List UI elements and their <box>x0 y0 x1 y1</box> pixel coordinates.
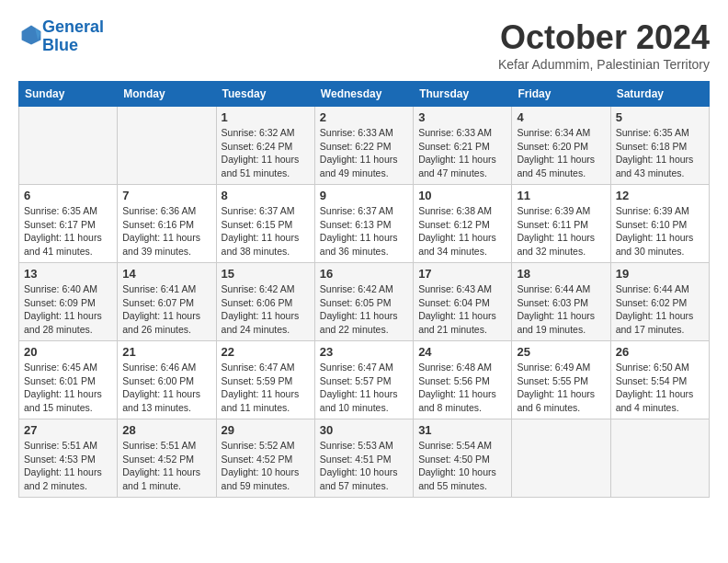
day-info: Sunrise: 6:34 AM Sunset: 6:20 PM Dayligh… <box>517 126 605 180</box>
month-title: October 2024 <box>498 18 710 57</box>
day-info: Sunrise: 6:35 AM Sunset: 6:17 PM Dayligh… <box>24 204 112 259</box>
calendar-week-row: 20Sunrise: 6:45 AM Sunset: 6:01 PM Dayli… <box>19 341 710 419</box>
day-number: 18 <box>517 267 605 281</box>
weekday-header: Monday <box>118 82 216 107</box>
day-number: 28 <box>122 423 210 437</box>
calendar-week-row: 27Sunrise: 5:51 AM Sunset: 4:53 PM Dayli… <box>19 419 710 498</box>
calendar-cell: 21Sunrise: 6:46 AM Sunset: 6:00 PM Dayli… <box>118 341 216 419</box>
day-number: 24 <box>418 345 506 359</box>
day-info: Sunrise: 6:48 AM Sunset: 5:56 PM Dayligh… <box>418 361 506 415</box>
day-number: 30 <box>320 423 408 437</box>
calendar-cell: 22Sunrise: 6:47 AM Sunset: 5:59 PM Dayli… <box>216 341 314 419</box>
calendar-cell: 19Sunrise: 6:44 AM Sunset: 6:02 PM Dayli… <box>610 263 709 341</box>
calendar-cell: 13Sunrise: 6:40 AM Sunset: 6:09 PM Dayli… <box>19 263 118 341</box>
day-info: Sunrise: 5:53 AM Sunset: 4:51 PM Dayligh… <box>320 439 408 493</box>
day-info: Sunrise: 6:41 AM Sunset: 6:07 PM Dayligh… <box>122 282 210 337</box>
calendar-cell <box>19 107 118 185</box>
calendar-cell: 6Sunrise: 6:35 AM Sunset: 6:17 PM Daylig… <box>19 185 118 263</box>
day-number: 27 <box>24 423 112 437</box>
day-number: 31 <box>418 423 506 437</box>
day-info: Sunrise: 6:39 AM Sunset: 6:10 PM Dayligh… <box>616 204 704 259</box>
day-info: Sunrise: 6:37 AM Sunset: 6:15 PM Dayligh… <box>222 204 310 259</box>
day-info: Sunrise: 6:32 AM Sunset: 6:24 PM Dayligh… <box>222 126 310 180</box>
day-info: Sunrise: 6:36 AM Sunset: 6:16 PM Dayligh… <box>122 204 210 259</box>
day-number: 26 <box>616 345 704 359</box>
day-number: 15 <box>222 267 310 281</box>
calendar-cell: 23Sunrise: 6:47 AM Sunset: 5:57 PM Dayli… <box>314 341 413 419</box>
calendar-cell: 16Sunrise: 6:42 AM Sunset: 6:05 PM Dayli… <box>314 263 413 341</box>
location-subtitle: Kefar Adummim, Palestinian Territory <box>498 57 710 72</box>
day-info: Sunrise: 6:35 AM Sunset: 6:18 PM Dayligh… <box>616 126 704 180</box>
day-number: 10 <box>418 189 506 202</box>
calendar-cell: 10Sunrise: 6:38 AM Sunset: 6:12 PM Dayli… <box>414 185 512 263</box>
calendar-cell: 7Sunrise: 6:36 AM Sunset: 6:16 PM Daylig… <box>118 185 216 263</box>
day-info: Sunrise: 5:54 AM Sunset: 4:50 PM Dayligh… <box>418 439 506 493</box>
day-info: Sunrise: 6:50 AM Sunset: 5:54 PM Dayligh… <box>616 361 704 415</box>
day-number: 21 <box>122 345 210 359</box>
day-number: 6 <box>24 189 112 202</box>
day-number: 19 <box>616 267 704 281</box>
day-number: 12 <box>616 189 704 202</box>
calendar-cell <box>512 419 610 498</box>
weekday-header: Sunday <box>19 82 118 107</box>
logo-icon <box>20 24 42 46</box>
calendar-cell: 11Sunrise: 6:39 AM Sunset: 6:11 PM Dayli… <box>512 185 610 263</box>
day-number: 29 <box>222 423 310 437</box>
calendar-cell: 15Sunrise: 6:42 AM Sunset: 6:06 PM Dayli… <box>216 263 314 341</box>
calendar-cell <box>118 107 216 185</box>
calendar-cell: 14Sunrise: 6:41 AM Sunset: 6:07 PM Dayli… <box>118 263 216 341</box>
day-number: 17 <box>418 267 506 281</box>
day-number: 11 <box>517 189 605 202</box>
calendar-cell: 4Sunrise: 6:34 AM Sunset: 6:20 PM Daylig… <box>512 107 610 185</box>
day-number: 2 <box>320 110 408 124</box>
calendar-cell: 29Sunrise: 5:52 AM Sunset: 4:52 PM Dayli… <box>216 419 314 498</box>
day-number: 5 <box>616 110 704 124</box>
day-info: Sunrise: 6:33 AM Sunset: 6:22 PM Dayligh… <box>320 126 408 180</box>
day-number: 1 <box>222 110 310 124</box>
calendar-cell: 27Sunrise: 5:51 AM Sunset: 4:53 PM Dayli… <box>19 419 118 498</box>
title-block: October 2024 Kefar Adummim, Palestinian … <box>498 18 710 72</box>
day-info: Sunrise: 5:51 AM Sunset: 4:52 PM Dayligh… <box>122 439 210 493</box>
day-number: 7 <box>122 189 210 202</box>
logo: General Blue <box>18 18 104 55</box>
calendar-cell: 12Sunrise: 6:39 AM Sunset: 6:10 PM Dayli… <box>610 185 709 263</box>
calendar-cell: 28Sunrise: 5:51 AM Sunset: 4:52 PM Dayli… <box>118 419 216 498</box>
day-info: Sunrise: 6:44 AM Sunset: 6:03 PM Dayligh… <box>517 282 605 337</box>
day-info: Sunrise: 6:47 AM Sunset: 5:57 PM Dayligh… <box>320 361 408 415</box>
calendar-cell: 18Sunrise: 6:44 AM Sunset: 6:03 PM Dayli… <box>512 263 610 341</box>
day-number: 22 <box>222 345 310 359</box>
calendar-cell <box>610 419 709 498</box>
day-number: 20 <box>24 345 112 359</box>
calendar-cell: 25Sunrise: 6:49 AM Sunset: 5:55 PM Dayli… <box>512 341 610 419</box>
day-number: 9 <box>320 189 408 202</box>
calendar-cell: 30Sunrise: 5:53 AM Sunset: 4:51 PM Dayli… <box>314 419 413 498</box>
day-info: Sunrise: 6:44 AM Sunset: 6:02 PM Dayligh… <box>616 282 704 337</box>
logo-text: General Blue <box>42 18 104 55</box>
day-number: 25 <box>517 345 605 359</box>
day-info: Sunrise: 6:37 AM Sunset: 6:13 PM Dayligh… <box>320 204 408 259</box>
day-info: Sunrise: 6:39 AM Sunset: 6:11 PM Dayligh… <box>517 204 605 259</box>
calendar-cell: 2Sunrise: 6:33 AM Sunset: 6:22 PM Daylig… <box>314 107 413 185</box>
calendar-cell: 5Sunrise: 6:35 AM Sunset: 6:18 PM Daylig… <box>610 107 709 185</box>
day-info: Sunrise: 6:40 AM Sunset: 6:09 PM Dayligh… <box>24 282 112 337</box>
day-info: Sunrise: 6:45 AM Sunset: 6:01 PM Dayligh… <box>24 361 112 415</box>
day-number: 23 <box>320 345 408 359</box>
calendar-cell: 9Sunrise: 6:37 AM Sunset: 6:13 PM Daylig… <box>314 185 413 263</box>
calendar-week-row: 1Sunrise: 6:32 AM Sunset: 6:24 PM Daylig… <box>19 107 710 185</box>
calendar-cell: 31Sunrise: 5:54 AM Sunset: 4:50 PM Dayli… <box>414 419 512 498</box>
calendar-table: SundayMondayTuesdayWednesdayThursdayFrid… <box>18 81 710 498</box>
weekday-header: Thursday <box>414 82 512 107</box>
day-number: 8 <box>222 189 310 202</box>
calendar-header-row: SundayMondayTuesdayWednesdayThursdayFrid… <box>19 82 710 107</box>
day-number: 3 <box>418 110 506 124</box>
day-info: Sunrise: 6:42 AM Sunset: 6:05 PM Dayligh… <box>320 282 408 337</box>
day-info: Sunrise: 6:33 AM Sunset: 6:21 PM Dayligh… <box>418 126 506 180</box>
weekday-header: Tuesday <box>216 82 314 107</box>
calendar-cell: 3Sunrise: 6:33 AM Sunset: 6:21 PM Daylig… <box>414 107 512 185</box>
day-info: Sunrise: 5:51 AM Sunset: 4:53 PM Dayligh… <box>24 439 112 493</box>
calendar-week-row: 6Sunrise: 6:35 AM Sunset: 6:17 PM Daylig… <box>19 185 710 263</box>
day-info: Sunrise: 6:46 AM Sunset: 6:00 PM Dayligh… <box>122 361 210 415</box>
calendar-cell: 17Sunrise: 6:43 AM Sunset: 6:04 PM Dayli… <box>414 263 512 341</box>
page-header: General Blue October 2024 Kefar Adummim,… <box>18 18 710 72</box>
day-info: Sunrise: 6:38 AM Sunset: 6:12 PM Dayligh… <box>418 204 506 259</box>
